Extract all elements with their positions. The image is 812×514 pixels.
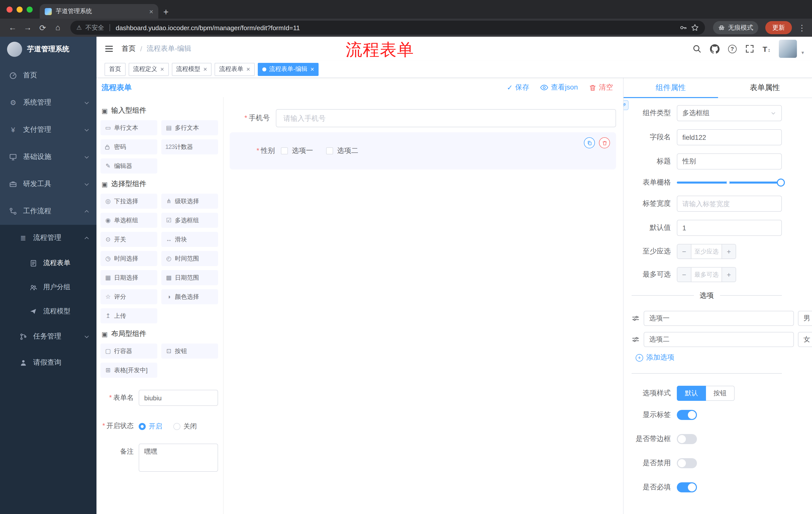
new-tab-button[interactable]: + (163, 7, 169, 17)
palette-item-dropdown[interactable]: ◎下拉选择 (100, 194, 157, 209)
palette-item-slider[interactable]: ↔滑块 (161, 232, 218, 247)
update-button[interactable]: 更新 (765, 21, 792, 34)
phone-input[interactable] (276, 109, 616, 127)
disabled-switch[interactable] (677, 458, 697, 468)
min-select-value[interactable]: 至少应选 (691, 244, 722, 259)
sidebar-item-devtools[interactable]: 研发工具 (0, 170, 96, 198)
zoom-window-button[interactable] (27, 6, 33, 12)
clear-button[interactable]: 清空 (589, 83, 613, 92)
increase-button[interactable]: + (722, 244, 736, 259)
max-select-value[interactable]: 最多可选 (691, 268, 722, 282)
status-on-radio[interactable]: 开启 (139, 418, 162, 431)
tag-process-model[interactable]: 流程模型 × (172, 63, 211, 76)
fullscreen-icon[interactable] (745, 44, 754, 53)
option1-value-input[interactable] (798, 311, 812, 326)
palette-item-radio-group[interactable]: ◉单选框组 (100, 213, 157, 228)
slider-handle[interactable] (777, 179, 785, 187)
sidebar-item-task-mgmt[interactable]: 任务管理 (0, 323, 96, 350)
gender-field-selected[interactable]: 性别 选项一 选项二 (230, 132, 616, 169)
label-width-input[interactable] (677, 196, 782, 212)
style-default-button[interactable]: 默认 (677, 386, 706, 401)
palette-item-table[interactable]: ⊞表格[开发中] (100, 362, 157, 378)
required-switch[interactable] (677, 482, 697, 492)
caret-down-icon[interactable]: ▾ (802, 50, 804, 55)
avatar[interactable] (779, 40, 797, 58)
key-icon[interactable] (679, 24, 687, 32)
show-label-switch[interactable] (677, 410, 697, 420)
tab-close-icon[interactable]: × (148, 8, 154, 15)
palette-item-date-range[interactable]: ▩日期范围 (161, 270, 218, 285)
address-bar[interactable]: ⚠ 不安全 dashboard.yudao.iocoder.cn/bpm/man… (70, 21, 705, 35)
sidebar-item-leave-query[interactable]: 请假查询 (0, 350, 96, 376)
url-text[interactable]: dashboard.yudao.iocoder.cn/bpm/manager/f… (116, 24, 676, 31)
palette-item-upload[interactable]: ↥上传 (100, 308, 157, 323)
back-icon[interactable]: ← (6, 21, 19, 34)
palette-item-time-picker[interactable]: ◷时间选择 (100, 251, 157, 266)
sidebar-item-system[interactable]: ⚙ 系统管理 (0, 89, 96, 116)
grid-slider[interactable] (677, 182, 781, 184)
palette-item-date-picker[interactable]: ▦日期选择 (100, 270, 157, 285)
browser-tab[interactable]: 芋道管理系统 × (40, 4, 158, 19)
phone-field-row[interactable]: 手机号 (230, 109, 616, 127)
font-size-icon[interactable]: T↕ (763, 45, 770, 53)
form-canvas[interactable]: 手机号 性别 选项一 选项二 (224, 97, 623, 514)
sidebar-item-infra[interactable]: 基础设施 (0, 143, 96, 170)
delete-component-button[interactable] (599, 137, 610, 148)
field-name-input[interactable] (677, 129, 782, 145)
option2-label-input[interactable] (644, 332, 794, 347)
decrease-button[interactable]: − (677, 244, 691, 259)
sidebar-item-payment[interactable]: ¥ 支付管理 (0, 116, 96, 143)
increase-button[interactable]: + (722, 268, 736, 282)
sidebar-item-process-model[interactable]: 流程模型 (0, 299, 96, 323)
sidebar-item-user-group[interactable]: 用户分组 (0, 275, 96, 299)
title-input[interactable] (677, 154, 782, 169)
drag-handle-icon[interactable] (632, 335, 640, 344)
component-type-select[interactable]: 多选框组 (677, 105, 782, 121)
palette-item-cascader[interactable]: ⋔级联选择 (161, 194, 218, 209)
palette-item-password[interactable]: 密码 (100, 139, 157, 154)
palette-item-color-picker[interactable]: ◑颜色选择 (161, 289, 218, 304)
palette-item-switch[interactable]: ⊙开关 (100, 232, 157, 247)
status-off-radio[interactable]: 关闭 (173, 418, 197, 431)
palette-item-multi-line-text[interactable]: ▤多行文本 (161, 120, 218, 135)
palette-item-counter[interactable]: 123计数器 (161, 139, 218, 154)
close-icon[interactable]: × (203, 66, 207, 73)
drag-handle-icon[interactable] (632, 314, 640, 322)
option2-value-input[interactable] (798, 332, 812, 347)
copy-component-button[interactable] (584, 137, 595, 148)
palette-item-row-container[interactable]: ▢行容器 (100, 344, 157, 359)
sidebar-item-workflow[interactable]: 工作流程 (0, 198, 96, 225)
close-icon[interactable]: × (160, 66, 164, 73)
style-button-button[interactable]: 按钮 (706, 386, 735, 401)
search-icon[interactable] (692, 44, 701, 53)
sidebar-item-home[interactable]: 首页 (0, 62, 96, 89)
gender-option1-checkbox[interactable]: 选项一 (281, 146, 313, 155)
palette-item-single-line-text[interactable]: ▭单行文本 (100, 120, 157, 135)
security-label[interactable]: 不安全 (85, 23, 104, 32)
tab-form-props[interactable]: 表单属性 (718, 78, 812, 98)
palette-item-checkbox-group[interactable]: ☑多选框组 (161, 213, 218, 228)
github-icon[interactable] (710, 44, 720, 54)
sidebar-logo[interactable]: 芋道管理系统 (0, 37, 96, 62)
close-window-button[interactable] (6, 6, 12, 12)
incognito-badge[interactable]: 无痕模式 (713, 21, 758, 34)
tab-component-props[interactable]: 组件属性 (624, 78, 718, 98)
palette-item-editor[interactable]: ✎编辑器 (100, 158, 157, 173)
palette-item-rate[interactable]: ☆评分 (100, 289, 157, 304)
border-switch[interactable] (677, 434, 697, 444)
option1-label-input[interactable] (644, 311, 794, 326)
close-icon[interactable]: × (246, 66, 250, 73)
breadcrumb-home[interactable]: 首页 (122, 44, 136, 53)
tag-process-form-edit[interactable]: 流程表单-编辑 × (258, 63, 319, 76)
form-name-input[interactable] (139, 390, 218, 406)
gender-option2-checkbox[interactable]: 选项二 (326, 146, 358, 155)
sidebar-item-process-form[interactable]: 流程表单 (0, 251, 96, 275)
close-icon[interactable]: × (311, 66, 314, 73)
save-button[interactable]: ✓ 保存 (507, 83, 529, 92)
hamburger-icon[interactable] (105, 44, 114, 53)
reload-icon[interactable]: ⟳ (36, 21, 49, 34)
minimize-window-button[interactable] (17, 6, 23, 12)
browser-menu-icon[interactable]: ⋮ (798, 23, 806, 32)
help-icon[interactable]: ? (728, 45, 736, 53)
link-icon[interactable] (623, 100, 629, 110)
